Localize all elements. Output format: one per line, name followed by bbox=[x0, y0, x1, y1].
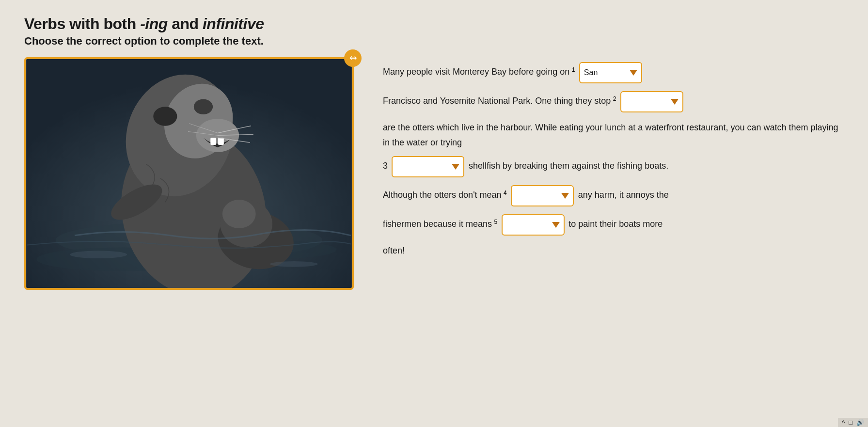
dropdown-4-arrow bbox=[561, 193, 569, 199]
taskbar-caret: ^ bbox=[842, 419, 845, 426]
sentence-block-1: Many people visit Monterey Bay before go… bbox=[383, 62, 844, 83]
sentence4-superscript: 4 bbox=[504, 189, 507, 196]
otter-illustration bbox=[26, 59, 352, 288]
dropdown-2[interactable] bbox=[620, 91, 683, 112]
expand-icon: ⤢ bbox=[347, 52, 359, 64]
svg-point-7 bbox=[153, 107, 177, 126]
dropdown-1[interactable]: San bbox=[579, 62, 642, 83]
sentence5-superscript: 5 bbox=[494, 218, 498, 225]
sentence-block-2: Francisco and Yosemite National Park. On… bbox=[383, 91, 844, 112]
title-section: Verbs with both -ing and infinitive Choo… bbox=[24, 15, 844, 47]
paragraph1: are the otters which live in the harbour… bbox=[383, 120, 844, 150]
sentence4-before: Although the otters don't mean bbox=[383, 190, 502, 200]
taskbar-sound: 🔊 bbox=[856, 419, 864, 426]
main-title: Verbs with both -ing and infinitive bbox=[24, 15, 844, 33]
sentence1-before: Many people visit Monterey Bay before go… bbox=[383, 67, 569, 77]
svg-point-20 bbox=[222, 200, 256, 228]
dropdown-1-value: San bbox=[584, 68, 630, 77]
sentence5-before: fishermen because it means bbox=[383, 219, 492, 229]
otter-image bbox=[24, 57, 354, 290]
dropdown-1-arrow bbox=[630, 70, 637, 76]
sentence3-number: 3 bbox=[383, 161, 388, 171]
svg-point-22 bbox=[270, 261, 317, 267]
svg-point-8 bbox=[194, 99, 213, 114]
sentence-block-3: 3 shellfish by breaking them against the… bbox=[383, 156, 844, 177]
dropdown-2-arrow bbox=[671, 99, 679, 105]
svg-rect-10 bbox=[210, 138, 216, 145]
sentence-block-5: fishermen because it means 5 to paint th… bbox=[383, 214, 844, 236]
subtitle: Choose the correct option to complete th… bbox=[24, 35, 844, 47]
dropdown-3-arrow bbox=[452, 164, 459, 170]
sentence5-after: to paint their boats more bbox=[568, 219, 663, 229]
taskbar: ^ □ 🔊 bbox=[838, 418, 868, 427]
sentence6: often! bbox=[383, 243, 844, 258]
sentence2-superscript: 2 bbox=[613, 95, 616, 102]
page-container: Verbs with both -ing and infinitive Choo… bbox=[0, 0, 868, 427]
dropdown-4[interactable] bbox=[511, 185, 574, 206]
sentence2-before: Francisco and Yosemite National Park. On… bbox=[383, 96, 611, 106]
taskbar-square: □ bbox=[849, 419, 852, 426]
expand-button[interactable]: ⤢ bbox=[344, 49, 362, 67]
content-area: ⤢ Many people visit Monterey Bay before … bbox=[24, 57, 844, 290]
dropdown-5-arrow bbox=[552, 222, 560, 228]
exercise-area: Many people visit Monterey Bay before go… bbox=[383, 57, 844, 290]
image-container: ⤢ bbox=[24, 57, 354, 290]
sentence4-after: any harm, it annoys the bbox=[578, 190, 669, 200]
sentence1-superscript: 1 bbox=[572, 66, 575, 73]
sentence-block-4: Although the otters don't mean 4 any har… bbox=[383, 185, 844, 206]
dropdown-5[interactable] bbox=[502, 214, 565, 236]
svg-point-21 bbox=[70, 251, 127, 259]
dropdown-3[interactable] bbox=[392, 156, 464, 177]
sentence3-after: shellfish by breaking them against the f… bbox=[469, 161, 668, 171]
